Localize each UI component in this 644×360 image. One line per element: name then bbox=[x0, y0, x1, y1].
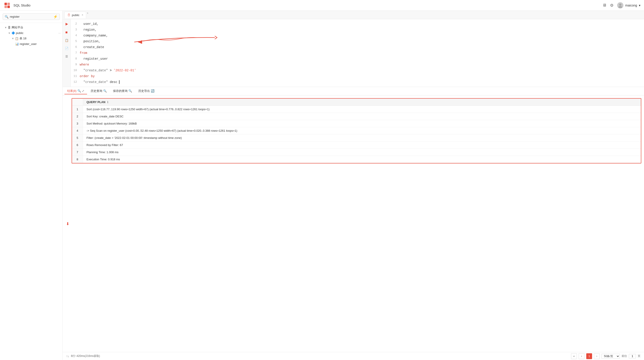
table-icon: 📋 bbox=[15, 37, 18, 40]
next-button[interactable]: › bbox=[594, 353, 600, 359]
tab-results[interactable]: 结果(8) 🔍 ⤢ bbox=[64, 88, 87, 94]
goto-input[interactable] bbox=[629, 354, 636, 359]
code-line-6: 6 create_date bbox=[71, 44, 644, 50]
tree-label-tables: 表 18 bbox=[20, 36, 61, 40]
expand-icon: ▼ bbox=[4, 26, 7, 29]
tab-history-query[interactable]: 历史查询 🔍 bbox=[88, 88, 110, 94]
username-label: maicong bbox=[625, 3, 637, 7]
row-content-8: Execution Time: 0.918 ms bbox=[83, 156, 641, 163]
query-button[interactable]: 📄 bbox=[64, 45, 70, 51]
pagination: « ‹ 1 › 50条/页 100条/页 200条/页 前往 页 bbox=[571, 353, 640, 359]
tab-bar: 🗒 public × › bbox=[63, 11, 644, 19]
tab-close-button[interactable]: × bbox=[82, 13, 83, 16]
row-num-2: 2 bbox=[72, 113, 83, 120]
row-content-6: Rows Removed by Filter: 67 bbox=[83, 142, 641, 149]
tab-scroll-right[interactable]: › bbox=[87, 11, 88, 15]
code-line-4: 4 company_name, bbox=[71, 33, 644, 38]
table-view-button[interactable]: 📋 bbox=[64, 37, 70, 43]
content-area: 🗒 public × › ⏹ 📋 📄 ☰ bbox=[63, 11, 644, 360]
editor-area: ⏹ 📋 📄 ☰ 2 user_id, 3 region, bbox=[63, 19, 644, 87]
svg-rect-3 bbox=[8, 5, 10, 8]
row-content-3: Sort Method: quicksort Memory: 168kB bbox=[83, 120, 641, 127]
th-row-num bbox=[72, 99, 83, 106]
expand-icon-tables: ▼ bbox=[12, 37, 14, 40]
code-line-7: 7 from bbox=[71, 50, 644, 56]
svg-marker-6 bbox=[66, 23, 68, 25]
tab-icon: 🗒 bbox=[67, 13, 70, 17]
table-row: 3 Sort Method: quicksort Memory: 168kB bbox=[72, 120, 641, 127]
topbar: SQL Studio 🖥 ⚙ maicong ▾ bbox=[0, 0, 644, 11]
results-table: QUERY PLAN ℹ 1 Sort (cost=116.77..119.90… bbox=[72, 99, 641, 163]
row-content-4: -> Seq Scan on register_user (cost=0.00.… bbox=[83, 127, 641, 134]
main-layout: 🔍 ⚡ ▼ 🗄 网站平台 ▼ 🔷 public ··· ▼ 📋 bbox=[0, 11, 644, 360]
user-menu[interactable]: maicong ▾ bbox=[617, 2, 640, 8]
tree-item-register-user[interactable]: 📊 register_user bbox=[0, 41, 62, 46]
search-input[interactable] bbox=[10, 15, 52, 18]
history-query-label: 历史查询 bbox=[91, 89, 102, 93]
svg-rect-2 bbox=[4, 5, 7, 8]
sort-icon: ↑↓ bbox=[66, 355, 69, 358]
code-line-9: 9 where bbox=[71, 62, 644, 67]
tree-item-public[interactable]: ▼ 🔷 public ··· bbox=[0, 30, 62, 35]
tab-history-export[interactable]: 历史导出 🔄 bbox=[136, 88, 157, 94]
tab-saved-query[interactable]: 保存的查询 🔍 bbox=[110, 88, 135, 94]
status-left: ↑↓ 8行~420ms(216ms获取) bbox=[66, 354, 100, 358]
row-num-3: 3 bbox=[72, 120, 83, 127]
current-page-button[interactable]: 1 bbox=[586, 353, 592, 359]
svg-point-5 bbox=[618, 6, 622, 8]
user-chevron: ▾ bbox=[639, 3, 640, 7]
run-button[interactable] bbox=[64, 21, 70, 27]
history-query-icon: 🔍 bbox=[103, 89, 107, 93]
settings-icon[interactable]: ⚙ bbox=[610, 3, 614, 8]
svg-point-4 bbox=[619, 3, 622, 6]
stop-button[interactable]: ⏹ bbox=[64, 29, 70, 35]
code-line-10: 10 "create_date" > '2022-02-01' bbox=[71, 67, 644, 73]
tab-label: public bbox=[72, 13, 80, 17]
sidebar-tree: ▼ 🗄 网站平台 ▼ 🔷 public ··· ▼ 📋 表 18 📊 regis… bbox=[0, 23, 62, 360]
table-row-icon: 📊 bbox=[15, 42, 19, 46]
query-plan-header: QUERY PLAN bbox=[86, 100, 106, 104]
download-button[interactable]: ⬇ bbox=[64, 221, 71, 227]
table-row: 6 Rows Removed by Filter: 67 bbox=[72, 142, 641, 149]
db-icon: 🗄 bbox=[8, 26, 11, 29]
prev-button[interactable]: ‹ bbox=[579, 353, 584, 359]
saved-query-icon: 🔍 bbox=[128, 89, 132, 93]
table-row: 8 Execution Time: 0.918 ms bbox=[72, 156, 641, 163]
editor-toolbar: ⏹ 📋 📄 ☰ bbox=[63, 19, 71, 87]
tree-item-tables[interactable]: ▼ 📋 表 18 bbox=[0, 35, 62, 41]
tab-public[interactable]: 🗒 public × bbox=[64, 12, 86, 18]
status-right: « ‹ 1 › 50条/页 100条/页 200条/页 前往 页 bbox=[571, 353, 640, 359]
status-info: 8行~420ms(216ms获取) bbox=[71, 354, 100, 358]
page-label: 页 bbox=[638, 354, 640, 358]
code-line-5: 5 position, bbox=[71, 38, 644, 44]
search-box: 🔍 ⚡ bbox=[3, 13, 60, 20]
row-num-7: 7 bbox=[72, 149, 83, 156]
screen-icon[interactable]: 🖥 bbox=[602, 3, 606, 7]
table-header-row: QUERY PLAN ℹ bbox=[72, 99, 641, 106]
code-editor[interactable]: 2 user_id, 3 region, 4 company_name, 5 p… bbox=[71, 19, 644, 87]
query-plan-table: QUERY PLAN ℹ 1 Sort (cost=116.77..119.90… bbox=[72, 98, 641, 163]
tree-item-wangzhan[interactable]: ▼ 🗄 网站平台 bbox=[0, 24, 62, 30]
format-button[interactable]: ☰ bbox=[64, 53, 70, 59]
row-num-8: 8 bbox=[72, 156, 83, 163]
refresh-icon[interactable]: ⚡ bbox=[53, 14, 58, 19]
per-page-select[interactable]: 50条/页 100条/页 200条/页 bbox=[602, 354, 620, 359]
tree-label-wangzhan: 网站平台 bbox=[12, 25, 61, 29]
app-title: SQL Studio bbox=[14, 3, 600, 7]
table-row: 5 Filter: (create_date > '2022-02-01 00:… bbox=[72, 134, 641, 142]
results-area: ⬇ QUERY PLAN ℹ bbox=[63, 95, 644, 352]
app-logo bbox=[4, 2, 11, 9]
tree-label-public: public bbox=[16, 31, 58, 35]
results-label: 结果(8) bbox=[67, 89, 76, 93]
th-query-plan: QUERY PLAN ℹ bbox=[83, 99, 641, 106]
more-icon[interactable]: ··· bbox=[58, 31, 61, 35]
query-plan-info-icon[interactable]: ℹ bbox=[107, 101, 108, 104]
history-export-label: 历史导出 bbox=[138, 89, 150, 93]
table-row: 7 Planning Time: 1.008 ms bbox=[72, 149, 641, 156]
svg-rect-1 bbox=[8, 3, 10, 5]
saved-query-label: 保存的查询 bbox=[113, 89, 128, 93]
sidebar: 🔍 ⚡ ▼ 🗄 网站平台 ▼ 🔷 public ··· ▼ 📋 bbox=[0, 11, 63, 360]
results-expand-icon[interactable]: ⤢ bbox=[82, 89, 84, 93]
prev-prev-button[interactable]: « bbox=[571, 353, 577, 359]
schema-icon: 🔷 bbox=[12, 31, 15, 35]
